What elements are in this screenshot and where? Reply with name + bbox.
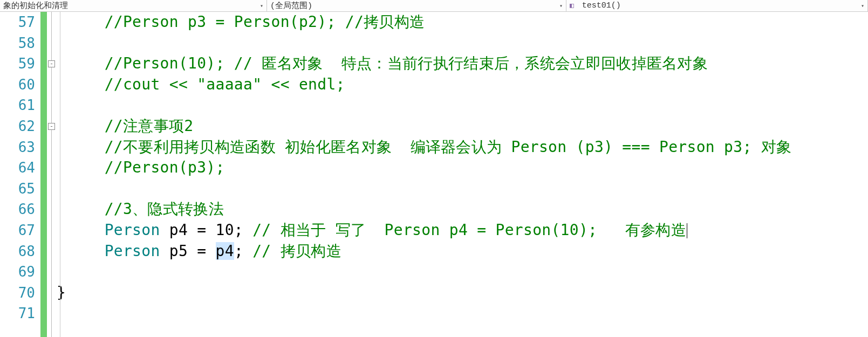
fold-toggle[interactable]: - xyxy=(48,60,55,67)
fold-gutter: - - xyxy=(47,12,57,337)
code-line: //注意事项2 xyxy=(57,116,868,137)
line-number: 58 xyxy=(0,33,40,54)
line-number: 60 xyxy=(0,74,40,95)
code-line: //Person(p3); xyxy=(57,157,868,178)
function-dropdown[interactable]: ◧ test01() ▾ xyxy=(566,0,868,11)
text-cursor xyxy=(687,223,687,238)
line-number: 59 xyxy=(0,53,40,74)
code-line xyxy=(57,33,868,54)
code-line: //3、隐式转换法 xyxy=(57,199,868,220)
code-line xyxy=(57,95,868,116)
chevron-down-icon: ▾ xyxy=(861,3,864,9)
line-number: 67 xyxy=(0,220,40,241)
navigation-bar: 象的初始化和清理 ▾ (全局范围) ▾ ◧ test01() ▾ xyxy=(0,0,868,12)
line-number: 69 xyxy=(0,262,40,283)
method-icon: ◧ xyxy=(570,2,574,10)
code-line: //cout << "aaaaa" << endl; xyxy=(57,74,868,95)
line-number: 57 xyxy=(0,12,40,33)
code-line: } xyxy=(57,283,868,304)
code-line: Person p5 = p4; // 拷贝构造 xyxy=(57,241,868,262)
line-number: 71 xyxy=(0,303,40,324)
line-number: 62 xyxy=(0,116,40,137)
fold-toggle[interactable]: - xyxy=(48,123,55,130)
indent-guide xyxy=(60,12,60,337)
line-number: 63 xyxy=(0,137,40,158)
line-number: 65 xyxy=(0,178,40,200)
line-number: 70 xyxy=(0,283,40,304)
class-label: (全局范围) xyxy=(270,1,312,11)
line-number: 68 xyxy=(0,241,40,262)
class-dropdown[interactable]: (全局范围) ▾ xyxy=(267,0,566,11)
line-number-gutter: 57 58 59 60 61 62 63 64 65 66 67 68 69 7… xyxy=(0,12,40,337)
scope-dropdown[interactable]: 象的初始化和清理 ▾ xyxy=(0,0,267,11)
highlighted-token: p4 xyxy=(216,242,234,260)
scope-label: 象的初始化和清理 xyxy=(3,1,68,11)
code-line xyxy=(57,262,868,283)
line-number: 66 xyxy=(0,199,40,220)
line-number: 64 xyxy=(0,157,40,178)
code-line: Person p4 = 10; // 相当于 写了 Person p4 = Pe… xyxy=(57,220,868,241)
code-editor[interactable]: 57 58 59 60 61 62 63 64 65 66 67 68 69 7… xyxy=(0,12,868,337)
line-number: 61 xyxy=(0,95,40,116)
chevron-down-icon: ▾ xyxy=(260,3,263,9)
change-marker-bar xyxy=(40,12,47,337)
function-label: test01() xyxy=(582,1,621,10)
chevron-down-icon: ▾ xyxy=(559,3,563,9)
code-area[interactable]: //Person p3 = Person(p2); //拷贝构造 //Perso… xyxy=(57,12,868,337)
code-line: //Person(10); // 匿名对象 特点：当前行执行结束后，系统会立即回… xyxy=(57,53,868,74)
code-line: //Person p3 = Person(p2); //拷贝构造 xyxy=(57,12,868,33)
code-line: //不要利用拷贝构造函数 初始化匿名对象 编译器会认为 Person (p3) … xyxy=(57,137,868,158)
code-line xyxy=(57,303,868,324)
code-line xyxy=(57,178,868,200)
